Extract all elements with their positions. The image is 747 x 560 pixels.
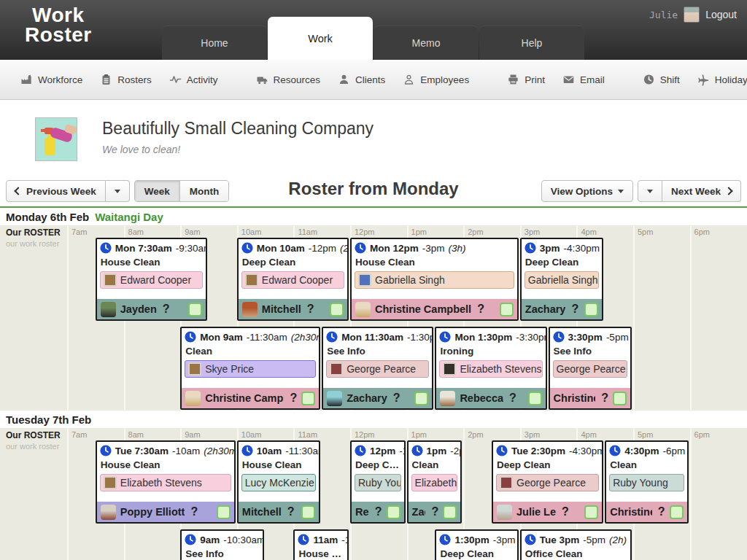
- employee-bar[interactable]: Rebecca?: [436, 388, 545, 408]
- employee-bar[interactable]: Christine?: [606, 502, 686, 522]
- hour-label: 11am: [295, 428, 350, 439]
- tab-memo[interactable]: Memo: [374, 26, 479, 60]
- employee-bar[interactable]: Julie Le?: [493, 502, 602, 522]
- availability-query-icon[interactable]: ?: [571, 303, 578, 316]
- shift-card[interactable]: Mon 11:30am-1:30pmSee InfoGeorge PearceZ…: [322, 327, 433, 410]
- client-chip[interactable]: Edward Cooper: [241, 271, 344, 289]
- client-chip[interactable]: Skye Price: [185, 360, 316, 378]
- shift-card[interactable]: Mon 7:30am-9:30amHouse CleanEdward Coope…: [96, 238, 207, 321]
- employee-bar[interactable]: Jayden?: [97, 299, 206, 319]
- shift-card[interactable]: Tue 7:30am-10am (2h30m)House CleanElizab…: [96, 440, 236, 524]
- availability-query-icon[interactable]: ?: [562, 505, 569, 518]
- hour-label: 6pm: [692, 225, 747, 236]
- toolbar-item-activity[interactable]: Activity: [169, 74, 218, 86]
- shift-card[interactable]: 1pm-2pmCleanElizabeth StevensZachary?: [407, 440, 462, 524]
- client-chip[interactable]: Edward Cooper: [100, 271, 203, 289]
- shift-card[interactable]: 9am-10:30amSee Info: [180, 529, 263, 560]
- shift-checkbox[interactable]: [330, 303, 344, 316]
- shift-checkbox[interactable]: [443, 505, 457, 519]
- employee-bar[interactable]: Christine Campbell?: [182, 388, 319, 408]
- person-outline-icon: [403, 74, 415, 86]
- shift-card[interactable]: Mon 1:30pm-3:30pmIroningElizabeth Steven…: [435, 327, 546, 410]
- client-chip[interactable]: Gabriella Singh: [525, 271, 599, 289]
- shift-card[interactable]: Mon 9am-11:30am (2h30m)CleanSkye PriceCh…: [180, 327, 320, 410]
- shift-end: -4:30pm: [564, 243, 600, 254]
- employee-bar[interactable]: Zachary?: [522, 299, 602, 319]
- availability-query-icon[interactable]: ?: [163, 303, 170, 316]
- shift-checkbox[interactable]: [188, 303, 202, 316]
- client-chip[interactable]: George Pearce: [326, 360, 429, 378]
- shift-checkbox[interactable]: [528, 392, 542, 405]
- shift-checkbox[interactable]: [217, 505, 231, 519]
- availability-query-icon[interactable]: ?: [601, 392, 608, 405]
- client-chip[interactable]: George Pearce: [553, 360, 627, 378]
- toolbar-item-resources[interactable]: Resources: [256, 74, 321, 86]
- employee-bar[interactable]: Poppy Elliott?: [97, 502, 234, 522]
- shift-card[interactable]: 10am-11:30amHouse CleanLucy McKenzieMitc…: [237, 440, 320, 524]
- toolbar-item-employees[interactable]: Employees: [403, 74, 469, 86]
- shift-card[interactable]: 3pm-4:30pmDeep CleanGabriella SinghZacha…: [520, 238, 603, 321]
- employee-bar[interactable]: Christine?: [550, 388, 630, 408]
- employee-bar[interactable]: Rebecca?: [352, 502, 404, 522]
- shift-checkbox[interactable]: [301, 392, 315, 405]
- toolbar-item-email[interactable]: Email: [562, 74, 605, 86]
- next-week-label: Next Week: [671, 186, 721, 197]
- shift-checkbox[interactable]: [613, 392, 627, 405]
- shift-card[interactable]: 4:30pm-6pmCleanRuby YoungChristine?: [605, 440, 688, 524]
- next-week-button[interactable]: Next Week: [662, 180, 741, 202]
- tab-home[interactable]: Home: [162, 26, 267, 60]
- shift-checkbox[interactable]: [500, 303, 514, 316]
- availability-query-icon[interactable]: ?: [477, 303, 484, 316]
- shift-checkbox[interactable]: [584, 505, 598, 519]
- availability-query-icon[interactable]: ?: [509, 392, 516, 405]
- shift-card[interactable]: Mon 10am-12pm (2h)Deep CleanEdward Coope…: [237, 238, 349, 321]
- tab-work[interactable]: Work: [268, 17, 373, 60]
- shift-checkbox[interactable]: [670, 505, 684, 519]
- availability-query-icon[interactable]: ?: [393, 392, 400, 405]
- view-options-button[interactable]: View Options: [541, 180, 633, 202]
- next-week-dropdown-button[interactable]: [638, 180, 662, 202]
- employee-bar[interactable]: Zachary?: [409, 502, 461, 522]
- shift-start: Mon 11:30am: [341, 332, 403, 343]
- client-photo: [188, 362, 201, 376]
- shift-checkbox[interactable]: [301, 505, 315, 519]
- availability-query-icon[interactable]: ?: [287, 505, 295, 518]
- shift-card[interactable]: Mon 12pm-3pm (3h)House CleanGabriella Si…: [350, 238, 519, 321]
- client-chip[interactable]: Lucy McKenzie: [241, 474, 316, 491]
- shift-time: Mon 11:30am-1:30pm: [323, 328, 432, 343]
- availability-query-icon[interactable]: ?: [190, 505, 198, 518]
- client-chip[interactable]: Ruby Young: [355, 474, 401, 491]
- toolbar-item-shift[interactable]: Shift: [643, 74, 680, 86]
- client-chip[interactable]: George Pearce: [496, 474, 599, 491]
- toolbar-item-print[interactable]: Print: [507, 74, 545, 86]
- availability-query-icon[interactable]: ?: [307, 303, 314, 316]
- availability-query-icon[interactable]: ?: [431, 505, 438, 518]
- employee-bar[interactable]: Christine Campbell?: [352, 299, 517, 319]
- availability-query-icon[interactable]: ?: [290, 392, 297, 405]
- shift-card[interactable]: Tue 2:30pm-4:30pmDeep CleanGeorge Pearce…: [492, 440, 603, 524]
- logout-button[interactable]: Logout: [705, 9, 737, 20]
- toolbar-item-workforce[interactable]: Workforce: [20, 74, 82, 86]
- availability-query-icon[interactable]: ?: [658, 505, 665, 518]
- toolbar-item-holiday[interactable]: Holiday: [697, 74, 747, 86]
- employee-bar[interactable]: Mitchell?: [239, 502, 319, 522]
- shift-card[interactable]: 11am-12pmHouse Clean: [293, 529, 349, 560]
- shift-card[interactable]: 1:30pm-3pmDeep Clean: [435, 529, 518, 560]
- toolbar-item-clients[interactable]: Clients: [338, 74, 385, 86]
- shift-card[interactable]: Tue 3pm-5pm (2h)Office Clean: [520, 529, 632, 560]
- shift-card[interactable]: 12pm-1pmDeep CleanRuby YoungRebecca?: [350, 440, 406, 524]
- shift-checkbox[interactable]: [584, 303, 598, 316]
- shift-checkbox[interactable]: [387, 505, 400, 519]
- availability-query-icon[interactable]: ?: [375, 505, 382, 518]
- employee-bar[interactable]: Mitchell?: [239, 299, 347, 319]
- shift-checkbox[interactable]: [414, 392, 428, 405]
- client-chip[interactable]: Gabriella Singh: [355, 271, 514, 289]
- client-chip[interactable]: Elizabeth Stevens: [100, 474, 231, 491]
- client-chip[interactable]: Elizabeth Stevens: [439, 360, 542, 378]
- tab-help[interactable]: Help: [479, 26, 584, 60]
- client-chip[interactable]: Elizabeth Stevens: [411, 474, 458, 491]
- toolbar-item-rosters[interactable]: Rosters: [100, 74, 152, 86]
- client-chip[interactable]: Ruby Young: [609, 474, 684, 491]
- shift-card[interactable]: 3:30pm-5pmSee InfoGeorge PearceChristine…: [549, 327, 632, 410]
- employee-bar[interactable]: Zachary?: [323, 388, 432, 408]
